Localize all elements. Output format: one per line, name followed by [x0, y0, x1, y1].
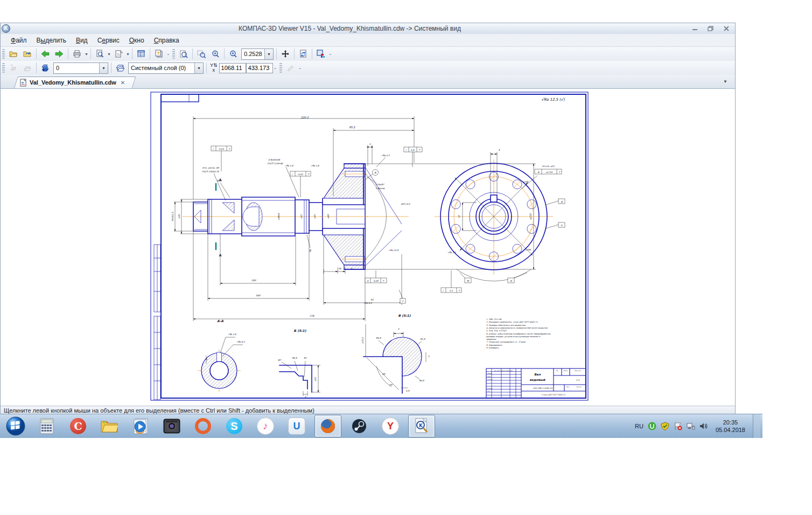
forward-button[interactable] — [52, 47, 66, 60]
taskbar-itunes[interactable]: ♪ — [252, 415, 279, 437]
dimension-label: Б — [309, 249, 312, 252]
network-tray-icon[interactable] — [687, 422, 695, 430]
dimension-label: В — [374, 171, 376, 174]
print-dropdown[interactable]: ▼ — [84, 48, 89, 60]
tab-list-dropdown-icon[interactable]: ▼ — [723, 79, 727, 84]
menu-item-3[interactable]: Сервис — [93, 35, 124, 46]
dimension-label: Масштаб — [575, 370, 581, 372]
desktop-screen: K КОМПАС-3D Viewer V15 - Val_Vedomy_Khis… — [0, 0, 812, 515]
specification-button[interactable] — [134, 47, 148, 60]
toolbar-grip[interactable] — [172, 49, 175, 59]
tech-requirement-line: 6. Шлицы, зубья и резьбу калибровать пос… — [486, 333, 551, 335]
show-desktop-button[interactable] — [753, 414, 760, 438]
taskbar-ccleaner[interactable]: C — [65, 415, 92, 437]
taskbar-origin[interactable] — [190, 415, 216, 437]
minimize-button[interactable] — [688, 25, 702, 33]
bolt-hole-centermark — [467, 180, 474, 188]
page-setup-button[interactable] — [111, 47, 125, 60]
utorrent-tray-icon[interactable] — [648, 422, 656, 430]
taskbar-firefox[interactable] — [314, 415, 341, 437]
menu-item-1[interactable]: Выделить — [32, 35, 71, 46]
toolbar-overflow[interactable]: ⌄ — [273, 62, 278, 74]
title-bar[interactable]: K КОМПАС-3D Viewer V15 - Val_Vedomy_Khis… — [1, 23, 735, 34]
layer-name-dropdown[interactable]: ▼ — [194, 63, 203, 73]
start-button[interactable] — [2, 415, 29, 437]
language-indicator[interactable]: RU — [635, 423, 643, 429]
kompas-viewer-window: K КОМПАС-3D Viewer V15 - Val_Vedomy_Khis… — [0, 23, 736, 414]
dimension-label: 45° — [277, 359, 282, 361]
zoom-scale-combo[interactable]: 0.2528 ▼ — [241, 48, 274, 60]
menu-item-5[interactable]: Справка — [149, 35, 184, 46]
layers-blue-button[interactable] — [38, 61, 52, 74]
toolbar-grip[interactable] — [279, 63, 282, 73]
restore-button[interactable] — [704, 25, 718, 33]
print-button[interactable] — [70, 47, 84, 60]
layer-sheet-button[interactable] — [113, 61, 127, 74]
taskbar-calculator[interactable] — [33, 415, 60, 437]
document-tab-bar: Val_Vedomy_Khismatullin.cdw ✕ ▼ — [1, 75, 735, 89]
toolbar-overflow[interactable]: ⌄ — [298, 62, 303, 74]
svg-text:?: ? — [157, 51, 160, 56]
menu-bar: ФайлВыделитьВидСервисОкноСправка — [1, 34, 735, 47]
taskbar-steam[interactable] — [346, 415, 373, 437]
zoom-value: 0.2528 — [242, 51, 264, 57]
open-document-button[interactable] — [20, 47, 34, 60]
taskbar-file-explorer[interactable] — [96, 415, 123, 437]
display-options-button[interactable] — [314, 47, 328, 60]
variables-button[interactable]: ? — [152, 47, 166, 60]
document-area[interactable]: 220-265,240,5х45°2 фаскиОтв. центр. А5ГО… — [1, 88, 735, 406]
menu-item-0[interactable]: Файл — [6, 35, 32, 46]
page-setup-dropdown[interactable]: ▼ — [125, 48, 130, 60]
coordinate-y-input[interactable] — [219, 63, 246, 73]
tab-document[interactable]: Val_Vedomy_Khismatullin.cdw ✕ — [16, 76, 133, 88]
open-button[interactable] — [6, 47, 20, 60]
print-preview-dropdown[interactable]: ▼ — [107, 48, 111, 60]
toolbar-grip[interactable] — [2, 49, 5, 59]
antivirus-shield-icon[interactable] — [661, 422, 669, 430]
tab-close-icon[interactable]: ✕ — [119, 80, 127, 86]
tech-requirement-line: 4. Допуски и шероховатость поверхностей … — [486, 327, 548, 329]
dimension-label: ⌀48к6 — [277, 213, 280, 220]
taskbar-clock[interactable]: 20:35 05.04.2018 — [716, 419, 745, 434]
menu-item-4[interactable]: Окно — [124, 35, 149, 46]
back-button[interactable] — [38, 47, 52, 60]
dimension-label: 6 — [351, 267, 353, 270]
dimension-label: R0,5 — [292, 357, 297, 359]
dimension-label: d-8х42х48 — [268, 158, 280, 161]
svg-text:K: K — [419, 423, 423, 428]
toolbar-overflow[interactable]: ⌄ — [328, 48, 333, 60]
taskbar-photo-viewer[interactable] — [158, 415, 185, 437]
zoom-scale-button[interactable] — [226, 47, 240, 60]
print-preview-button[interactable] — [93, 47, 107, 60]
refresh-view-button[interactable] — [296, 47, 310, 60]
dimension-label: Н.контр. — [487, 388, 493, 389]
taskbar-kompas-viewer[interactable]: K — [408, 415, 435, 437]
layer-prev-button[interactable] — [6, 61, 20, 74]
zoom-combo-dropdown[interactable]: ▼ — [264, 49, 273, 59]
coordinate-x-input[interactable] — [246, 63, 273, 73]
volume-tray-icon[interactable] — [699, 422, 708, 430]
layer-name-combo[interactable]: Системный слой (0) ▼ — [128, 62, 204, 74]
menu-item-2[interactable]: Вид — [71, 35, 93, 46]
main-shaft-view — [174, 116, 536, 321]
toolbar-grip[interactable] — [2, 63, 5, 73]
taskbar-skype[interactable]: S — [221, 415, 248, 437]
zoom-in-out-button[interactable] — [208, 47, 222, 60]
action-center-flag-icon[interactable] — [674, 422, 682, 430]
layer-number-dropdown[interactable]: ▼ — [99, 63, 108, 73]
bolt-hole-centermark — [452, 200, 460, 208]
toolbar-overflow[interactable]: ⌄ — [166, 48, 171, 60]
zoom-document-button[interactable] — [177, 47, 191, 60]
zoom-window-button[interactable] — [194, 47, 208, 60]
dimension-label: 26 — [338, 267, 341, 270]
taskbar-yandex-browser[interactable]: Y — [377, 415, 404, 437]
close-button[interactable] — [719, 25, 733, 33]
layer-number-combo[interactable]: 0 ▼ — [53, 62, 108, 74]
pan-button[interactable] — [278, 47, 292, 60]
coordinate-axis-label: Y⇅ x — [210, 63, 218, 73]
drawing-sheet[interactable]: 220-265,240,5х45°2 фаскиОтв. центр. А5ГО… — [150, 92, 589, 401]
taskbar-uplay[interactable]: U — [283, 415, 310, 437]
layer-stack-gray-button[interactable] — [20, 61, 34, 74]
taskbar-media-player[interactable] — [127, 415, 154, 437]
tab-label: Val_Vedomy_Khismatullin.cdw — [30, 79, 116, 86]
